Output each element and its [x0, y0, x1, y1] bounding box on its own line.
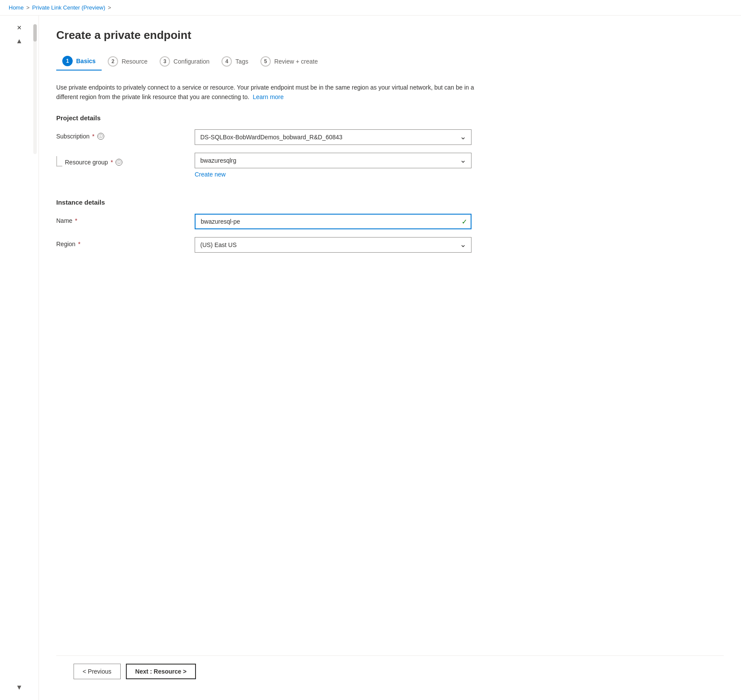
- rg-info-icon[interactable]: ⓘ: [115, 159, 122, 166]
- subscription-label: Subscription * ⓘ: [56, 133, 195, 140]
- region-control: (US) East US: [195, 237, 472, 253]
- wizard-step-tags[interactable]: 4 Tags: [215, 53, 254, 70]
- resource-group-label: Resource group * ⓘ: [65, 156, 122, 166]
- resource-group-select[interactable]: bwazuresqlrg: [195, 153, 472, 168]
- name-required: *: [75, 217, 77, 224]
- wizard-step-resource[interactable]: 2 Resource: [102, 53, 154, 70]
- project-details-section: Project details Subscription * ⓘ DS-: [56, 114, 724, 186]
- step-circle-2: 2: [108, 56, 118, 67]
- region-label: Region *: [56, 241, 195, 247]
- description-text: Use private endpoints to privately conne…: [56, 83, 480, 102]
- spacer: [56, 273, 724, 655]
- scroll-down-arrow[interactable]: ▼: [16, 684, 23, 691]
- step-circle-5: 5: [260, 56, 271, 67]
- resource-group-row: Resource group * ⓘ bwazuresqlrg Cr: [56, 153, 724, 178]
- name-input[interactable]: [195, 214, 472, 229]
- previous-button[interactable]: < Previous: [74, 664, 121, 679]
- name-row: Name * ✓: [56, 214, 724, 229]
- breadcrumb-private-link[interactable]: Private Link Center (Preview): [32, 4, 105, 11]
- instance-details-section: Instance details Name * ✓: [56, 199, 724, 260]
- step-label-review: Review + create: [274, 58, 318, 65]
- bottom-bar: < Previous Next : Resource >: [56, 655, 724, 687]
- step-circle-1: 1: [62, 56, 73, 66]
- subscription-control: DS-SQLBox-BobWardDemos_bobward_R&D_60843: [195, 129, 472, 145]
- page-title: Create a private endpoint: [56, 29, 724, 42]
- close-button[interactable]: ×: [13, 20, 25, 36]
- step-label-configuration: Configuration: [173, 58, 209, 65]
- step-label-basics: Basics: [76, 58, 96, 64]
- rg-required: *: [111, 159, 113, 166]
- region-row: Region * (US) East US: [56, 237, 724, 253]
- left-sidebar: × ▲ ▼: [0, 16, 39, 700]
- create-new-link[interactable]: Create new: [195, 171, 226, 178]
- subscription-row: Subscription * ⓘ DS-SQLBox-BobWardDemos_…: [56, 129, 724, 145]
- step-circle-3: 3: [160, 56, 170, 67]
- region-select-wrapper: (US) East US: [195, 237, 472, 253]
- scrollbar-track: [33, 24, 37, 154]
- step-label-tags: Tags: [235, 58, 248, 65]
- subscription-info-icon[interactable]: ⓘ: [97, 133, 104, 140]
- breadcrumb-sep2: >: [108, 4, 111, 11]
- scrollbar-thumb[interactable]: [33, 24, 37, 42]
- subscription-select-wrapper: DS-SQLBox-BobWardDemos_bobward_R&D_60843: [195, 129, 472, 145]
- rg-corner-line: [56, 156, 62, 167]
- project-details-title: Project details: [56, 114, 724, 122]
- subscription-select[interactable]: DS-SQLBox-BobWardDemos_bobward_R&D_60843: [195, 129, 472, 145]
- wizard-steps: 1 Basics 2 Resource 3 Configuration 4 Ta…: [56, 52, 724, 71]
- wizard-step-basics[interactable]: 1 Basics: [56, 52, 102, 71]
- step-circle-4: 4: [221, 56, 232, 67]
- step-label-resource: Resource: [122, 58, 148, 65]
- region-required: *: [78, 241, 80, 247]
- scroll-up-arrow[interactable]: ▲: [16, 37, 23, 45]
- wizard-step-review[interactable]: 5 Review + create: [254, 53, 324, 70]
- region-select[interactable]: (US) East US: [195, 237, 472, 253]
- learn-more-link[interactable]: Learn more: [253, 93, 284, 100]
- instance-details-title: Instance details: [56, 199, 724, 206]
- rg-select-wrapper: bwazuresqlrg: [195, 153, 472, 168]
- name-checkmark: ✓: [462, 217, 467, 225]
- name-input-wrapper: ✓: [195, 214, 472, 229]
- breadcrumb-home[interactable]: Home: [9, 4, 24, 11]
- next-button[interactable]: Next : Resource >: [126, 664, 196, 679]
- breadcrumb: Home > Private Link Center (Preview) >: [0, 0, 741, 16]
- name-control: ✓: [195, 214, 472, 229]
- name-label: Name *: [56, 217, 195, 224]
- content-area: Create a private endpoint 1 Basics 2 Res…: [39, 16, 741, 700]
- breadcrumb-sep1: >: [26, 4, 30, 11]
- subscription-required: *: [92, 133, 94, 140]
- resource-group-control: bwazuresqlrg Create new: [195, 153, 472, 178]
- wizard-step-configuration[interactable]: 3 Configuration: [154, 53, 215, 70]
